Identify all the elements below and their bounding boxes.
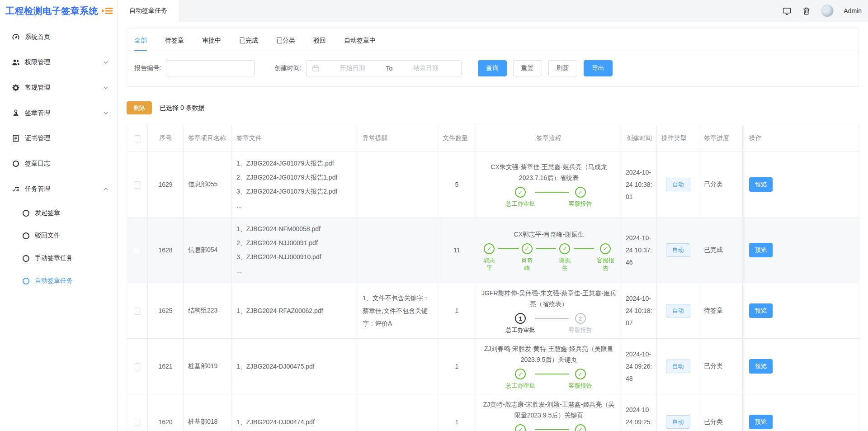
column-header-序号: 序号 [148, 125, 184, 152]
row-checkbox[interactable] [134, 363, 141, 370]
select-all-checkbox[interactable] [134, 135, 141, 142]
column-header-签章项目名称: 签章项目名称 [184, 125, 232, 152]
row-actions: 预览 [743, 283, 859, 339]
status-tab-已完成[interactable]: 已完成 [239, 31, 258, 51]
preview-button[interactable]: 预览 [749, 243, 773, 257]
chevron-down-icon [103, 85, 109, 91]
status-tab-自动签章中[interactable]: 自动签章中 [344, 31, 376, 51]
step-number: 1 [515, 313, 526, 324]
sign-flow: JGFR黎桂伸-吴伟强-朱文强-蔡章佳-王慧鑫-姬兵亮（省统表）1总工办审批2客… [481, 288, 617, 334]
flow-step: 2客服报告 [569, 313, 592, 334]
flow-step: ✓客服报告 [594, 243, 617, 272]
check-icon: ✓ [484, 243, 495, 254]
flow-step-label: 客服报告 [569, 200, 592, 208]
row-seq: 1621 [148, 339, 184, 394]
end-date-placeholder[interactable]: 结束日期 [396, 64, 456, 72]
sidebar-item-权限管理[interactable]: 权限管理 [0, 50, 117, 75]
file-line: 1、ZJBG2024-DJ00475.pdf [236, 360, 353, 374]
sidebar-item-常规管理[interactable]: 常规管理 [0, 75, 117, 100]
column-header-签章文件: 签章文件 [232, 125, 358, 152]
row-op-type: 自动 [657, 283, 699, 339]
column-header-操作: 操作 [743, 125, 859, 152]
preview-button[interactable]: 预览 [749, 415, 773, 429]
column-header-文件数量: 文件数量 [438, 125, 476, 152]
trash-icon[interactable] [802, 6, 811, 16]
circle-icon [23, 232, 29, 239]
sidebar: 工程检测电子签章系统 系统首页权限管理常规管理签章管理证书管理签章日志任务管理发… [0, 0, 118, 431]
sidebar-subitem-手动签章任务[interactable]: 手动签章任务 [0, 247, 117, 270]
query-button[interactable]: 查询 [478, 60, 507, 76]
sidebar-subitem-驳回文件[interactable]: 驳回文件 [0, 224, 117, 247]
row-exception [358, 394, 438, 431]
auto-badge: 自动 [666, 243, 690, 257]
status-tab-已分类[interactable]: 已分类 [276, 31, 295, 51]
table-header-row: 序号签章项目名称签章文件异常提醒文件数量签章流程创建时间操作类型签章进度操作 [127, 125, 859, 152]
delete-button[interactable]: 删除 [127, 101, 152, 114]
row-checkbox[interactable] [134, 181, 141, 189]
flow-step: ✓客服报告 [569, 424, 592, 431]
sidebar-item-证书管理[interactable]: 证书管理 [0, 126, 117, 151]
row-checkbox[interactable] [134, 247, 141, 254]
flow-step: ✓总工办审批 [506, 187, 535, 208]
topbar: 自动签章任务 Admin [118, 0, 868, 22]
user-avatar[interactable] [821, 5, 834, 17]
row-project-name: 桩基部018 [184, 394, 232, 431]
sidebar-subitem-发起签章[interactable]: 发起签章 [0, 202, 117, 224]
row-select-cell [127, 339, 148, 394]
sidebar-item-label: 证书管理 [25, 134, 109, 142]
row-checkbox[interactable] [134, 419, 141, 426]
sidebar-menu: 系统首页权限管理常规管理签章管理证书管理签章日志任务管理发起签章驳回文件手动签章… [0, 22, 117, 292]
sidebar-item-任务管理[interactable]: 任务管理 [0, 176, 117, 202]
calendar-icon [312, 65, 319, 72]
report-no-input[interactable] [166, 60, 255, 76]
row-op-type: 自动 [657, 339, 699, 394]
row-created-time: 2024-10-24 09:26:48 [622, 339, 657, 394]
task-table: 序号签章项目名称签章文件异常提醒文件数量签章流程创建时间操作类型签章进度操作 1… [127, 125, 859, 431]
table-row: 1628信息部0541、ZJBG2024-NFM00058.pdf2、ZJBG2… [127, 218, 859, 283]
sidebar-item-系统首页[interactable]: 系统首页 [0, 24, 117, 50]
sidebar-item-签章管理[interactable]: 签章管理 [0, 100, 117, 126]
flow-step-label: 客服报告 [569, 326, 592, 334]
status-tab-全部[interactable]: 全部 [134, 31, 147, 51]
topbar-tab-auto-sign-task[interactable]: 自动签章任务 [118, 0, 179, 22]
export-button[interactable]: 导出 [584, 60, 613, 76]
auto-badge: 自动 [666, 178, 690, 191]
preview-button[interactable]: 预览 [749, 177, 773, 192]
flow-step: 1总工办审批 [506, 313, 535, 334]
preview-button[interactable]: 预览 [749, 359, 773, 374]
create-time-label: 创建时间: [274, 64, 302, 72]
selected-count-text: 已选择 0 条数据 [160, 104, 205, 112]
sidebar-item-label: 签章管理 [25, 109, 103, 117]
row-sign-flow: CX朱文强-蔡章佳-王慧鑫-姬兵亮（马成龙2023.7.16后）省统表✓总工办审… [476, 152, 622, 218]
preview-button[interactable]: 预览 [749, 303, 773, 318]
date-range-picker[interactable]: 开始日期 To 结束日期 [306, 60, 462, 76]
flow-connector [574, 248, 594, 249]
row-select-cell [127, 218, 148, 283]
sidebar-subitem-自动签章任务[interactable]: 自动签章任务 [0, 270, 117, 292]
row-checkbox[interactable] [134, 308, 141, 315]
status-tab-待签章[interactable]: 待签章 [165, 31, 184, 51]
status-tab-驳回[interactable]: 驳回 [313, 31, 326, 51]
flow-step-label: 总工办审批 [506, 200, 535, 208]
flow-steps: 1总工办审批2客服报告 [506, 313, 592, 334]
refresh-button[interactable]: 刷新 [548, 60, 577, 76]
check-icon: ✓ [575, 187, 586, 198]
row-actions: 预览 [743, 218, 859, 283]
file-line: ... [236, 199, 353, 213]
row-select-cell [127, 394, 148, 431]
flow-step-label: 肖奇峰 [519, 256, 536, 272]
row-seq: 1625 [148, 283, 184, 339]
reset-button[interactable]: 重置 [513, 60, 542, 76]
flow-connector [535, 429, 569, 430]
status-tab-审批中[interactable]: 审批中 [202, 31, 221, 51]
start-date-placeholder[interactable]: 开始日期 [323, 64, 382, 72]
flow-step-label: 郭志平 [481, 256, 498, 272]
monitor-icon[interactable] [782, 6, 792, 16]
row-seq: 1620 [148, 394, 184, 431]
sidebar-header: 工程检测电子签章系统 [0, 0, 117, 22]
sidebar-collapse-icon[interactable] [102, 6, 113, 16]
topbar-right: Admin [782, 5, 868, 17]
table-toolbar: 删除 已选择 0 条数据 [127, 101, 859, 114]
sidebar-item-签章日志[interactable]: 签章日志 [0, 151, 117, 176]
file-line: 2、ZJBG2024-JG01079大报告1.pdf [236, 171, 353, 185]
